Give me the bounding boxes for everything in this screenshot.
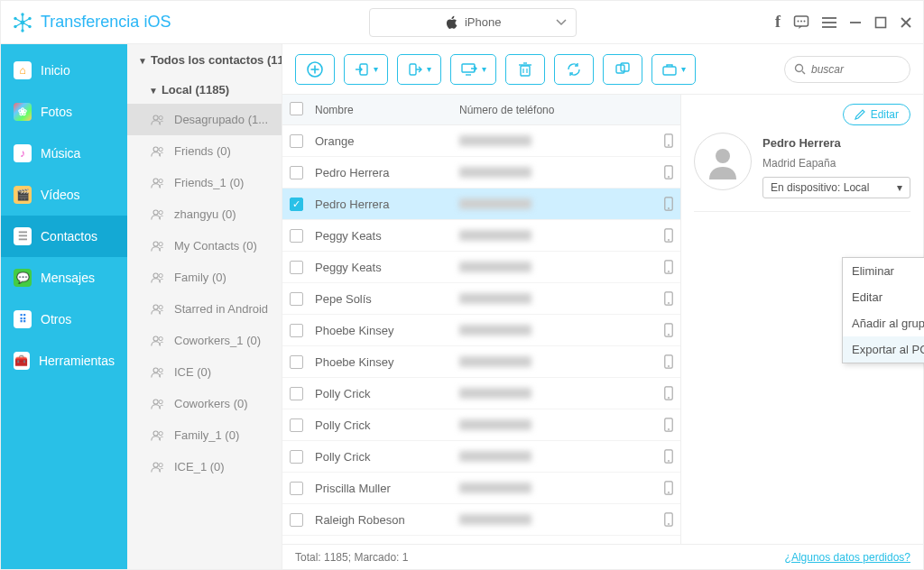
maximize-button[interactable] <box>874 16 887 29</box>
row-checkbox[interactable] <box>290 166 303 179</box>
group-item[interactable]: ICE_1 (0) <box>127 451 282 483</box>
contact-row[interactable]: Phoebe Kinsey <box>282 315 680 346</box>
row-checkbox[interactable] <box>290 134 303 148</box>
sidebar-item-otros[interactable]: ⠿Otros <box>1 299 127 340</box>
device-dropdown[interactable]: En dispositivo: Local ▾ <box>762 177 910 198</box>
people-icon <box>151 145 167 158</box>
column-name[interactable]: Nombre <box>315 104 459 116</box>
row-checkbox[interactable] <box>290 482 303 495</box>
facebook-icon[interactable]: f <box>775 13 781 32</box>
svg-point-72 <box>668 239 670 241</box>
group-local[interactable]: ▼Local (1185) <box>127 76 282 104</box>
merge-button[interactable] <box>603 54 642 85</box>
sidebar-item-mensajes[interactable]: 💬Mensajes <box>1 257 127 299</box>
context-menu-item[interactable]: Editar <box>843 284 924 310</box>
contact-phone <box>459 346 680 377</box>
contact-row[interactable]: Polly Crick <box>282 378 680 409</box>
row-checkbox[interactable] <box>290 229 303 243</box>
sidebar-item-contactos[interactable]: ☰Contactos <box>1 216 127 257</box>
menu-icon[interactable] <box>822 16 836 29</box>
settings-button[interactable]: ▾ <box>651 54 696 85</box>
svg-point-29 <box>159 179 162 182</box>
group-item[interactable]: Family_1 (0) <box>127 419 282 451</box>
lost-data-link[interactable]: ¿Algunos datos perdidos? <box>785 551 910 564</box>
svg-point-74 <box>668 271 670 272</box>
row-checkbox[interactable] <box>290 450 303 464</box>
svg-line-9 <box>23 18 30 23</box>
select-all-checkbox[interactable] <box>290 102 303 115</box>
feedback-icon[interactable] <box>793 14 809 31</box>
sidebar-item-inicio[interactable]: ⌂Inicio <box>1 50 127 91</box>
svg-point-38 <box>153 336 158 341</box>
group-item-label: Desagrupado (1... <box>174 113 268 126</box>
context-menu-label: Añadir al grupo <box>852 317 924 330</box>
contact-row[interactable]: Polly Crick <box>282 441 680 473</box>
minimize-button[interactable] <box>849 16 862 29</box>
svg-point-70 <box>668 207 670 209</box>
import-button[interactable]: ▾ <box>344 54 388 85</box>
contact-row[interactable]: Pedro Herrera <box>282 157 680 188</box>
group-item[interactable]: Starred in Android <box>127 293 282 325</box>
contact-row[interactable]: Priscilla Muller <box>282 473 680 504</box>
row-checkbox[interactable] <box>290 355 303 369</box>
row-checkbox[interactable] <box>290 513 303 527</box>
svg-line-64 <box>802 71 805 74</box>
phone-icon <box>664 165 673 179</box>
search-input[interactable] <box>811 63 901 76</box>
contact-row[interactable]: Pepe Solís <box>282 283 680 315</box>
group-item[interactable]: Coworkers_1 (0) <box>127 325 282 356</box>
sidebar-item-videos[interactable]: 🎬Vídeos <box>1 174 127 216</box>
row-checkbox[interactable] <box>290 261 303 274</box>
contact-row[interactable]: Phoebe Kinsey <box>282 346 680 378</box>
row-checkbox[interactable]: ✓ <box>290 198 303 211</box>
group-item[interactable]: zhangyu (0) <box>127 198 282 230</box>
svg-point-45 <box>159 431 162 435</box>
row-checkbox[interactable] <box>290 387 303 400</box>
phone-icon <box>664 260 673 274</box>
sidebar-item-fotos[interactable]: ❀Fotos <box>1 91 127 133</box>
group-item[interactable]: Desagrupado (1... <box>127 104 282 135</box>
contact-name: Priscilla Muller <box>315 482 459 495</box>
column-phone[interactable]: Número de teléfono <box>459 104 680 116</box>
row-checkbox[interactable] <box>290 292 303 306</box>
group-item[interactable]: Friends (0) <box>127 135 282 167</box>
search-box[interactable] <box>784 56 910 83</box>
sidebar-item-musica[interactable]: ♪Música <box>1 133 127 174</box>
contact-row[interactable]: Peggy Keats <box>282 220 680 252</box>
group-item[interactable]: Coworkers (0) <box>127 388 282 419</box>
row-checkbox[interactable] <box>290 324 303 337</box>
groups-header[interactable]: ▼Todos los contactos (1185) <box>127 44 282 76</box>
svg-point-26 <box>153 147 158 152</box>
add-button[interactable] <box>295 54 335 85</box>
phone-icon <box>664 481 673 495</box>
close-button[interactable] <box>900 16 912 29</box>
sidebar-item-herramientas[interactable]: 🧰Herramientas <box>1 340 127 382</box>
svg-point-41 <box>159 368 162 372</box>
edit-button[interactable]: Editar <box>843 104 910 125</box>
contact-row[interactable]: Raleigh Robeson <box>282 504 680 536</box>
context-menu-item[interactable]: Añadir al grupo▶ <box>843 310 924 336</box>
export-to-pc-button[interactable]: ▾ <box>450 54 496 85</box>
group-item-label: My Contacts (0) <box>174 239 257 253</box>
svg-point-82 <box>668 397 670 399</box>
export-to-device-button[interactable]: ▾ <box>397 54 441 85</box>
context-menu-item[interactable]: Eliminar <box>843 258 924 284</box>
context-menu-label: Eliminar <box>852 264 894 278</box>
device-selector[interactable]: iPhone <box>369 8 577 37</box>
contact-row[interactable]: Polly Crick <box>282 409 680 441</box>
row-checkbox[interactable] <box>290 418 303 432</box>
contact-row[interactable]: Peggy Keats <box>282 252 680 283</box>
group-item[interactable]: My Contacts (0) <box>127 230 282 262</box>
refresh-button[interactable] <box>554 54 594 85</box>
contact-row[interactable]: ✓Pedro Herrera <box>282 188 680 220</box>
people-icon <box>151 271 167 284</box>
contact-name: Polly Crick <box>315 450 459 464</box>
context-menu-item[interactable]: Exportar al PC▶ <box>843 336 924 363</box>
context-menu-label: Exportar al PC <box>852 343 924 356</box>
delete-button[interactable] <box>505 54 545 85</box>
group-item[interactable]: ICE (0) <box>127 356 282 388</box>
contact-name: Polly Crick <box>315 387 459 400</box>
group-item[interactable]: Family (0) <box>127 262 282 293</box>
group-item[interactable]: Friends_1 (0) <box>127 167 282 198</box>
contact-row[interactable]: Orange <box>282 125 680 157</box>
